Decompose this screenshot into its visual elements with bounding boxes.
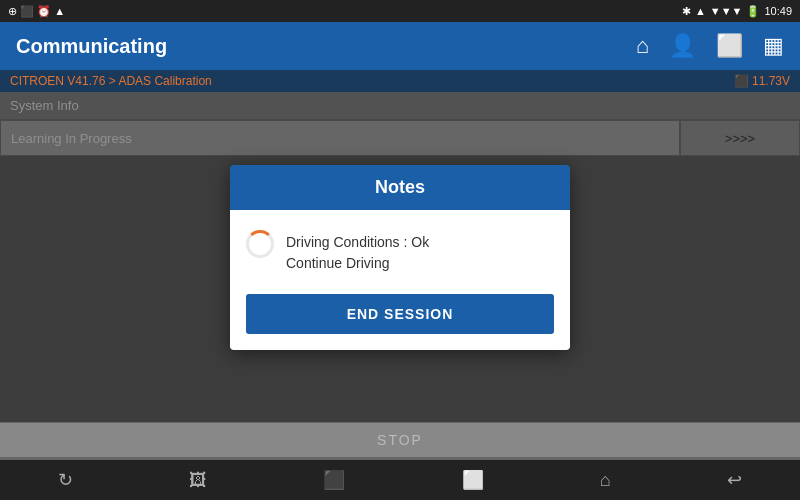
battery-icon: 🔋 (746, 5, 760, 18)
nav-gallery-icon[interactable]: 🖼 (189, 470, 207, 491)
status-bar: ⊕ ⬛ ⏰ ▲ ✱ ▲ ▼▼▼ 🔋 10:49 (0, 0, 800, 22)
end-session-button[interactable]: END SESSION (246, 294, 554, 334)
stop-bar[interactable]: STOP (0, 422, 800, 458)
loading-spinner (246, 230, 274, 258)
modal-overlay: Notes Driving Conditions : OkContinue Dr… (0, 92, 800, 422)
bluetooth-icon: ✱ (682, 5, 691, 18)
nav-back-icon[interactable]: ↩ (727, 469, 742, 491)
dialog-message: Driving Conditions : OkContinue Driving (286, 230, 429, 274)
status-right: ✱ ▲ ▼▼▼ 🔋 10:49 (682, 5, 792, 18)
user-icon[interactable]: 👤 (669, 33, 696, 59)
dialog-title: Notes (375, 177, 425, 197)
breadcrumb: CITROEN V41.76 > ADAS Calibration ⬛ 11.7… (0, 70, 800, 92)
signal-icon: ▼▼▼ (710, 5, 743, 17)
nav-print-icon[interactable]: ⬛ (323, 469, 345, 491)
time-display: 10:49 (764, 5, 792, 17)
breadcrumb-path: CITROEN V41.76 > ADAS Calibration (10, 74, 212, 88)
status-icons: ⊕ ⬛ ⏰ ▲ (8, 5, 65, 18)
bottom-nav: ↻ 🖼 ⬛ ⬜ ⌂ ↩ (0, 460, 800, 500)
main-content: System Info Learning In Progress >>>> No… (0, 92, 800, 422)
status-left-icons: ⊕ ⬛ ⏰ ▲ (8, 5, 65, 18)
stop-button[interactable]: STOP (377, 432, 423, 448)
notes-dialog: Notes Driving Conditions : OkContinue Dr… (230, 165, 570, 350)
nav-refresh-icon[interactable]: ↻ (58, 469, 73, 491)
nav-square-icon[interactable]: ⬜ (462, 469, 484, 491)
print-icon[interactable]: ⬜ (716, 33, 743, 59)
transfer-icon[interactable]: ▦ (763, 33, 784, 59)
app-title: Communicating (16, 35, 167, 58)
dialog-footer: END SESSION (230, 294, 570, 350)
nav-home-icon[interactable]: ⌂ (600, 470, 611, 491)
app-header: Communicating ⌂ 👤 ⬜ ▦ (0, 22, 800, 70)
wifi-icon: ▲ (695, 5, 706, 17)
header-icons: ⌂ 👤 ⬜ ▦ (636, 33, 784, 59)
dialog-body: Driving Conditions : OkContinue Driving (230, 210, 570, 294)
battery-display: ⬛ 11.73V (734, 74, 790, 88)
home-icon[interactable]: ⌂ (636, 33, 649, 59)
dialog-header: Notes (230, 165, 570, 210)
